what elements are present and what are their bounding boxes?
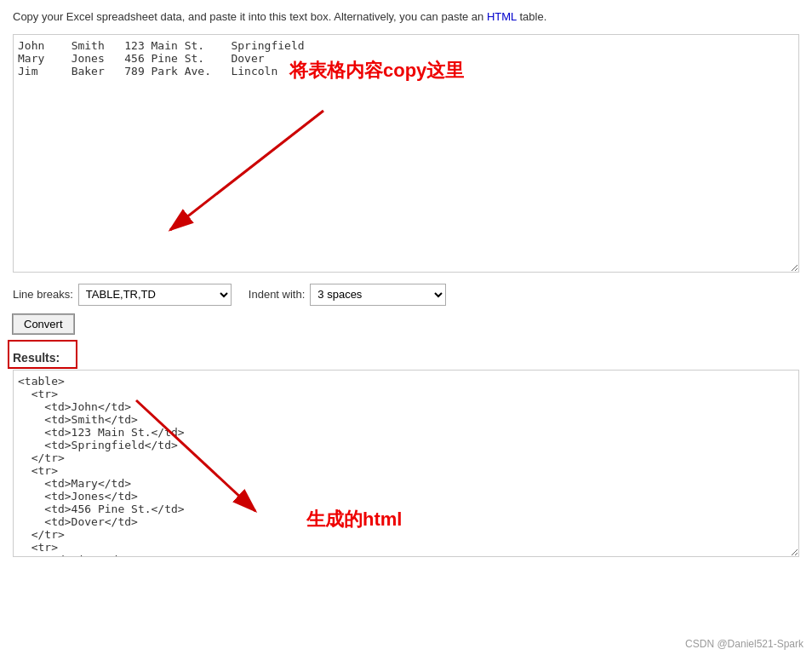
- indent-group: Indent with: 3 spaces 2 spaces 4 spaces …: [249, 284, 447, 306]
- description-text: Copy your Excel spreadsheet data, and pa…: [13, 9, 799, 26]
- convert-row: Convert: [13, 314, 799, 334]
- convert-button[interactable]: Convert: [13, 314, 74, 334]
- controls-row: Line breaks: TABLE,TR,TD TABLE,TR TR,TD …: [13, 284, 799, 306]
- html-link[interactable]: HTML: [487, 10, 517, 23]
- linebreaks-label: Line breaks:: [13, 288, 73, 301]
- results-label: Results:: [13, 351, 799, 365]
- indent-select[interactable]: 3 spaces 2 spaces 4 spaces tabs none: [310, 284, 446, 306]
- watermark: CSDN @Daniel521-Spark: [685, 638, 803, 650]
- linebreaks-select[interactable]: TABLE,TR,TD TABLE,TR TR,TD TR TD: [78, 284, 232, 306]
- indent-label: Indent with:: [249, 288, 306, 301]
- output-textarea[interactable]: [13, 370, 799, 557]
- input-textarea[interactable]: [13, 34, 799, 273]
- input-area: [13, 34, 799, 275]
- linebreaks-group: Line breaks: TABLE,TR,TD TABLE,TR TR,TD …: [13, 284, 232, 306]
- results-section: Results:: [13, 351, 799, 560]
